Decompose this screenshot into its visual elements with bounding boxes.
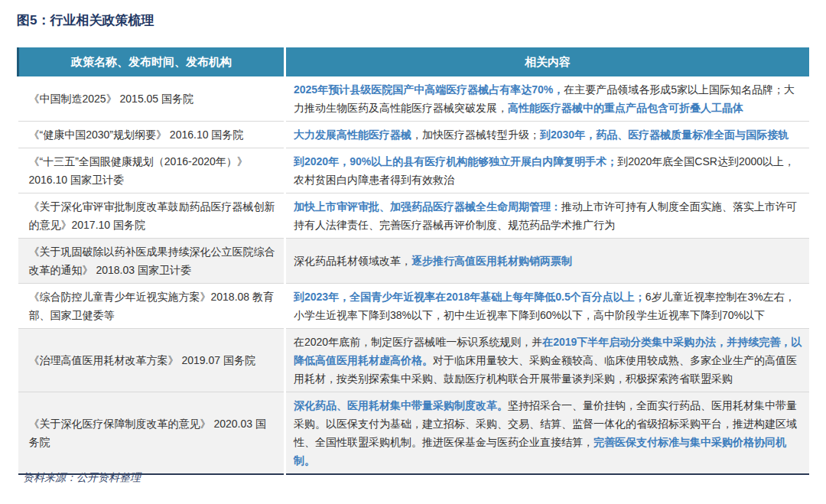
content-segment: 到2030年，药品、医疗器械质量标准全面与国际接轨	[540, 128, 789, 141]
policy-name-cell: 《关于深化医疗保障制度改革的意见》 2020.03 国务院	[18, 392, 285, 475]
content-segment: ，加快医疗器械转型升级；	[411, 128, 540, 141]
policy-name-cell: 《治理高值医用耗材改革方案》 2019.07 国务院	[18, 329, 285, 392]
content-segment: 在2020年底前，制定医疗器械唯一标识系统规则，并	[294, 336, 542, 348]
table-row: 《“健康中国2030”规划纲要》 2016.10 国务院 大力发展高性能医疗器械…	[18, 122, 810, 148]
policy-content-cell: 加快上市审评审批、加强药品医疗器械全生命周期管理：推动上市许可持有人制度全面实施…	[285, 193, 810, 239]
table-row: 《“十三五”全国眼健康规划（2016-2020年）》2016.10 国家卫计委 …	[18, 148, 810, 193]
policy-name-cell: 《“十三五”全国眼健康规划（2016-2020年）》2016.10 国家卫计委	[18, 148, 285, 193]
policy-content-cell: 到2020年，90%以上的县有医疗机构能够独立开展白内障复明手术；到2020年底…	[285, 148, 810, 193]
table-header-row: 政策名称、发布时间、发布机构 相关内容	[18, 47, 810, 76]
content-segment: 加快上市审评审批、加强药品医疗器械全生命周期管理：	[294, 200, 561, 213]
content-segment: 到2020年，90%以上的县有医疗机构能够独立开展白内障复明手术；	[294, 155, 617, 167]
content-segment: 到2023年，全国青少年近视率在2018年基础上每年降低0.5个百分点以上；	[294, 291, 646, 303]
content-segment: 深化药品耗材领域改革，	[294, 255, 411, 267]
table-row: 《关于深化医疗保障制度改革的意见》 2020.03 国务院 深化药品、医用耗材集…	[18, 392, 810, 475]
policy-table: 政策名称、发布时间、发布机构 相关内容 《中国制造2025》 2015.05 国…	[17, 47, 809, 475]
policy-content-cell: 大力发展高性能医疗器械，加快医疗器械转型升级；到2030年，药品、医疗器械质量标…	[285, 122, 810, 148]
content-segment: 逐步推行高值医用耗材购销两票制	[411, 255, 572, 267]
content-segment: 高性能医疗器械中的重点产品包含可折叠人工晶体	[508, 102, 743, 114]
content-segment: 大力发展高性能医疗器械	[294, 128, 411, 141]
policy-name-cell: 《关于深化审评审批制度改革鼓励药品医疗器械创新的意见》2017.10 国务院	[18, 193, 285, 239]
policy-name-cell: 《关于巩固破除以药补医成果持续深化公立医院综合改革的通知》 2018.03 国家…	[18, 239, 285, 284]
column-header-content: 相关内容	[285, 47, 810, 76]
page-title: 图5：行业相关政策梳理	[17, 11, 154, 29]
table-row: 《关于巩固破除以药补医成果持续深化公立医院综合改革的通知》 2018.03 国家…	[18, 239, 810, 284]
policy-content-cell: 深化药品、医用耗材集中带量采购制度改革。坚持招采合一、量价挂钩，全面实行药品、医…	[285, 392, 810, 475]
source-note: 资料来源：公开资料整理	[23, 471, 141, 485]
policy-content-cell: 在2020年底前，制定医疗器械唯一标识系统规则，并在2019下半年启动分类集中采…	[285, 329, 810, 392]
table-row: 《关于深化审评审批制度改革鼓励药品医疗器械创新的意见》2017.10 国务院 加…	[18, 193, 810, 239]
content-segment: 深化药品、医用耗材集中带量采购制度改革。	[294, 399, 508, 411]
table-row: 《综合防控儿童青少年近视实施方案》2018.08 教育部、国家卫健委等 到202…	[18, 284, 810, 329]
policy-name-cell: 《“健康中国2030”规划纲要》 2016.10 国务院	[18, 122, 285, 148]
table-row: 《治理高值医用耗材改革方案》 2019.07 国务院 在2020年底前，制定医疗…	[18, 329, 810, 392]
table-row: 《中国制造2025》 2015.05 国务院 2025年预计县级医院国产中高端医…	[18, 76, 810, 122]
policy-name-cell: 《综合防控儿童青少年近视实施方案》2018.08 教育部、国家卫健委等	[18, 284, 285, 329]
column-header-policy: 政策名称、发布时间、发布机构	[18, 47, 285, 76]
content-segment: 2025年预计县级医院国产中高端医疗器械占有率达70%，	[294, 83, 564, 96]
policy-content-cell: 到2023年，全国青少年近视率在2018年基础上每年降低0.5个百分点以上；6岁…	[285, 284, 810, 329]
policy-content-cell: 深化药品耗材领域改革，逐步推行高值医用耗材购销两票制	[285, 239, 810, 284]
policy-name-cell: 《中国制造2025》 2015.05 国务院	[18, 76, 285, 122]
policy-content-cell: 2025年预计县级医院国产中高端医疗器械占有率达70%，在主要产品领域各形成5家…	[285, 76, 810, 122]
